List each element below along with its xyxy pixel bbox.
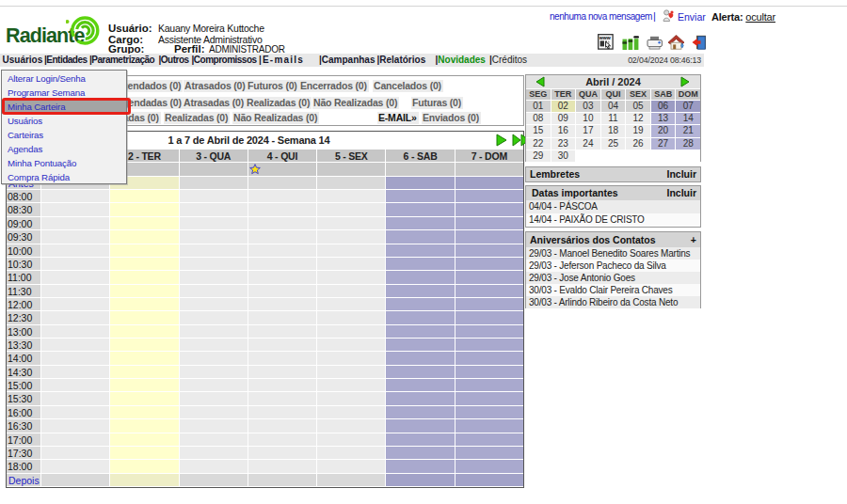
svg-text:www: www xyxy=(599,35,612,40)
